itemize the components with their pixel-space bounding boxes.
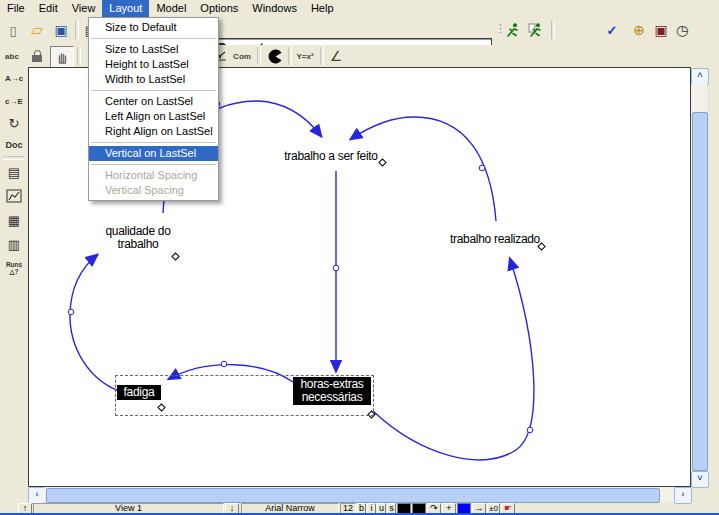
reference-mode-icon[interactable]: ∠ <box>325 46 347 66</box>
delete-tool-icon[interactable] <box>264 46 286 66</box>
toolbar-separator <box>257 47 261 65</box>
new-file-icon[interactable]: ▯ <box>2 20 24 40</box>
synthesim-icon[interactable] <box>525 20 547 40</box>
variable-overtime[interactable]: horas-extras necessárias <box>293 377 371 405</box>
uses-tree-icon[interactable]: c→E <box>2 91 26 111</box>
move-hand-icon[interactable] <box>50 46 74 68</box>
menu-item-height-to-lastsel[interactable]: Height to LastSel <box>89 57 218 72</box>
menu-item-center-on-lastsel[interactable]: Center on LastSel <box>89 94 218 109</box>
causes-strip-icon[interactable]: ▤ <box>2 162 26 182</box>
menu-separator <box>91 164 216 165</box>
vensim-window: File Edit View Layout Model Options Wind… <box>0 0 719 515</box>
causes-tree-icon[interactable]: A→c <box>2 68 26 88</box>
menu-item-width-to-lastsel[interactable]: Width to LastSel <box>89 72 218 87</box>
table-icon[interactable]: ▦ <box>2 210 26 230</box>
menu-item-right-align-on-lastsel[interactable]: Right Align on LastSel <box>89 124 218 139</box>
menu-item-left-align-on-lastsel[interactable]: Left Align on LastSel <box>89 109 218 124</box>
menu-separator <box>91 90 216 91</box>
menu-item-vertical-spacing[interactable]: Vertical Spacing <box>89 183 218 198</box>
toolbar-separator <box>75 21 79 39</box>
menu-layout[interactable]: Layout <box>102 0 149 17</box>
menu-file[interactable]: File <box>0 0 32 17</box>
variable-overtime-line2: necessárias <box>295 391 369 404</box>
menu-item-size-to-default[interactable]: Size to Default <box>89 20 218 35</box>
lock-glyph <box>32 55 42 62</box>
check-model-icon[interactable]: ✓ <box>601 20 623 40</box>
menu-help[interactable]: Help <box>304 0 341 17</box>
equations-icon[interactable]: Y=x² <box>294 46 316 66</box>
save-icon[interactable]: ▣ <box>50 20 72 40</box>
menu-view[interactable]: View <box>65 0 103 17</box>
layout-menu: Size to Default Size to LastSel Height t… <box>88 17 219 201</box>
menu-options[interactable]: Options <box>193 0 245 17</box>
variable-quality-line2: trabalho <box>93 238 183 251</box>
table-time-icon[interactable]: ▥ <box>2 234 26 254</box>
runs-label: Runs <box>6 261 22 268</box>
menu-separator <box>91 38 216 39</box>
spelling-icon[interactable]: abc <box>1 46 23 66</box>
menu-item-horizontal-spacing[interactable]: Horizontal Spacing <box>89 168 218 183</box>
menu-bar: File Edit View Layout Model Options Wind… <box>0 0 719 17</box>
variable-quality[interactable]: qualidade do trabalho <box>93 225 183 251</box>
toolbar-separator <box>551 21 555 39</box>
runs-compare-icon[interactable]: Runs △? <box>2 258 26 278</box>
variable-work-to-do[interactable]: trabalho a ser feito <box>270 150 392 163</box>
lock-icon[interactable] <box>26 46 48 66</box>
comment-tool-icon[interactable]: Com <box>231 46 253 66</box>
document-icon[interactable]: Doc <box>2 135 26 155</box>
variable-fatigue[interactable]: fadiga <box>117 385 161 400</box>
menu-model[interactable]: Model <box>149 0 193 17</box>
toolbar-separator <box>3 156 24 160</box>
scroll-right-button[interactable]: › <box>674 487 692 504</box>
clock-icon[interactable]: ◷ <box>671 20 693 40</box>
open-file-icon[interactable]: ▱ <box>26 20 48 40</box>
scroll-up-button[interactable]: ˄ <box>691 68 709 85</box>
toolbar-separator <box>288 47 292 65</box>
runs-glyph: △? <box>10 268 19 275</box>
output-windows-icon[interactable]: ▣ <box>650 20 672 40</box>
toolbar-separator <box>320 47 324 65</box>
vertical-scroll-thumb[interactable] <box>692 112 708 471</box>
scroll-down-button[interactable]: ˅ <box>691 471 709 488</box>
loops-icon[interactable]: ↻ <box>2 113 26 133</box>
toolbar-separator <box>77 47 81 65</box>
menu-separator <box>91 142 216 143</box>
simulate-icon[interactable] <box>502 20 524 40</box>
graph-icon[interactable] <box>2 186 26 206</box>
menu-windows[interactable]: Windows <box>245 0 304 17</box>
menu-item-size-to-lastsel[interactable]: Size to LastSel <box>89 42 218 57</box>
menu-edit[interactable]: Edit <box>32 0 65 17</box>
horizontal-scroll-thumb[interactable] <box>46 488 660 503</box>
model-settings-icon[interactable]: ⊕ <box>628 20 650 40</box>
menu-item-vertical-on-lastsel[interactable]: Vertical on LastSel <box>89 146 218 161</box>
variable-work-done[interactable]: trabalho realizado <box>444 233 546 246</box>
